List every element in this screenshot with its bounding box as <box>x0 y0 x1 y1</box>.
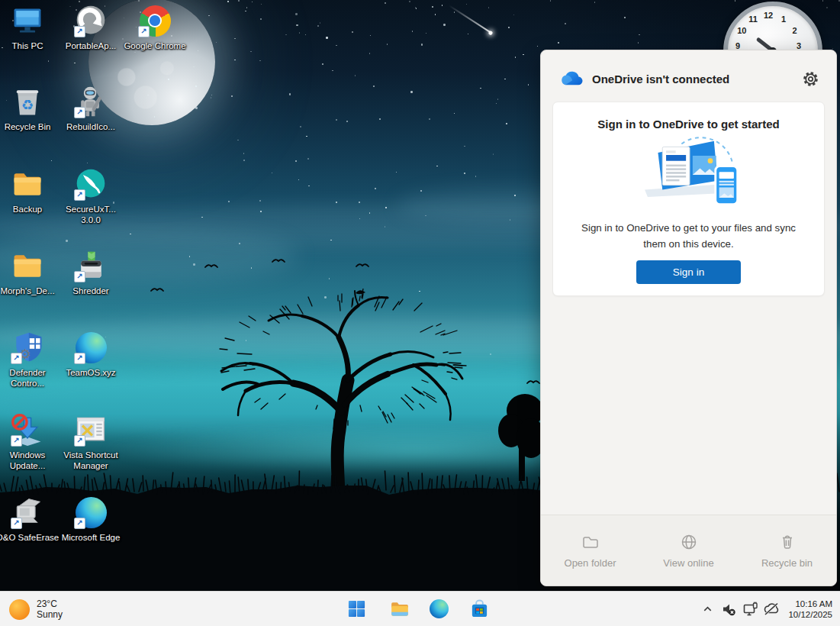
desktop-icon-recycle-bin[interactable]: ♻ Recycle Bin <box>0 84 60 132</box>
desktop-icon-microsoft-edge[interactable]: ↗ Microsoft Edge <box>58 495 124 543</box>
star <box>468 34 469 35</box>
onedrive-offline-icon[interactable] <box>762 600 780 618</box>
star <box>379 118 381 121</box>
edge-button[interactable] <box>429 599 449 619</box>
recycle-bin-button[interactable]: Recycle bin <box>738 515 836 586</box>
clock-number: 12 <box>763 11 774 20</box>
desktop-icon-label: Google Chrome <box>124 40 185 51</box>
desktop-icon-defender-control[interactable]: ⚙ ↗ Defender Contro... <box>0 330 60 389</box>
start-button[interactable] <box>346 599 367 619</box>
star <box>352 31 353 33</box>
star <box>421 44 423 46</box>
desktop-icon-teamos[interactable]: ↗ TeamOS.xyz <box>58 330 124 378</box>
desktop-icon-oo-safeerase[interactable]: ↗ O&O SafeErase <box>0 495 60 543</box>
desktop-icon-windows-update-blocker[interactable]: ↗ Windows Update... <box>0 412 60 471</box>
star <box>528 84 529 86</box>
shortcut-arrow-icon: ↗ <box>74 189 85 201</box>
star <box>638 42 639 44</box>
star <box>74 63 76 64</box>
desktop-icon-google-chrome[interactable]: ↗ Google Chrome <box>122 3 188 51</box>
star <box>201 217 203 218</box>
shortcut-arrow-icon: ↗ <box>138 26 150 37</box>
desktop-icon-rebuildiconcache[interactable]: ↗ RebuildIco... <box>58 84 124 132</box>
volume-muted-icon[interactable] <box>719 600 738 618</box>
footer-button-label: Open folder <box>565 557 616 569</box>
star <box>594 2 596 3</box>
weather-widget[interactable]: 23°C Sunny <box>9 592 63 626</box>
star <box>308 186 310 187</box>
star <box>442 5 443 6</box>
desktop-icon-label: Windows Update... <box>0 450 60 471</box>
star <box>336 119 337 121</box>
desktop-icon-this-pc[interactable]: This PC <box>0 3 60 51</box>
star <box>79 1 80 2</box>
desktop-icon-label: RebuildIco... <box>66 121 115 132</box>
desktop-icon-morphs-folder[interactable]: Morph's_De... <box>0 248 60 296</box>
star <box>385 207 387 208</box>
star <box>514 195 516 196</box>
settings-gear-icon[interactable] <box>802 70 819 88</box>
star <box>51 160 53 162</box>
bird-silhouette <box>272 257 285 264</box>
star <box>251 267 253 269</box>
update-blocker-icon: ↗ <box>10 412 45 447</box>
edge-icon: ↗ <box>73 330 108 365</box>
system-tray: 10:16 AM 10/12/2025 <box>698 592 840 626</box>
star <box>134 52 136 53</box>
star <box>330 240 332 241</box>
star <box>336 45 337 47</box>
desktop-icon-label: Backup <box>13 204 42 215</box>
desktop-icon-label: SecureUxT... 3.0.0 <box>58 204 124 225</box>
open-folder-button[interactable]: Open folder <box>541 515 639 586</box>
bird-silhouette <box>204 263 218 269</box>
star <box>227 1 229 2</box>
sign-in-button[interactable]: Sign in <box>636 260 741 284</box>
star <box>296 24 298 27</box>
star <box>735 0 736 2</box>
star <box>216 42 217 44</box>
star <box>565 23 567 25</box>
tray-chevron-up-icon[interactable] <box>698 600 716 618</box>
star <box>416 8 417 9</box>
onedrive-title: OneDrive isn't connected <box>592 73 802 86</box>
star <box>385 226 386 227</box>
screen: 123456789101112 This PC ↗ PortableAp... <box>0 0 840 626</box>
star <box>48 60 50 62</box>
desktop-icon-label: Vista Shortcut Manager <box>58 450 124 471</box>
star <box>285 34 287 36</box>
file-explorer-button[interactable] <box>389 599 410 619</box>
clock-number: 1 <box>778 15 789 24</box>
tray-clock[interactable]: 10:16 AM 10/12/2025 <box>788 599 832 620</box>
star <box>359 218 361 220</box>
desktop-icon-label: Morph's_De... <box>0 286 54 296</box>
star <box>558 42 559 44</box>
star <box>259 60 261 62</box>
star <box>211 97 212 98</box>
star <box>195 107 198 109</box>
onedrive-flyout: OneDrive isn't connected Sign in to OneD… <box>540 50 837 586</box>
star <box>510 219 511 221</box>
start-icon <box>347 599 366 618</box>
star <box>189 256 191 257</box>
desktop-icon-backup[interactable]: Backup <box>0 166 60 215</box>
star <box>426 33 427 34</box>
desktop-icon-label: This PC <box>12 40 43 51</box>
desktop-icon-vista-shortcut-manager[interactable]: ↗ Vista Shortcut Manager <box>58 412 124 471</box>
view-online-button[interactable]: View online <box>639 515 738 586</box>
star <box>252 2 253 3</box>
edge-icon <box>430 599 449 618</box>
shooting-star <box>449 5 491 34</box>
bird-silhouette <box>150 286 164 293</box>
shortcut-arrow-icon: ↗ <box>74 435 85 447</box>
edge-icon: ↗ <box>73 495 108 530</box>
desktop-icon-secureuxtheme[interactable]: ↗ SecureUxT... 3.0.0 <box>58 166 124 225</box>
star <box>826 7 828 8</box>
desktop-icon-shredder[interactable]: ↗ Shredder <box>58 248 124 296</box>
star <box>369 53 371 54</box>
desktop-icon-portableapps[interactable]: ↗ PortableAp... <box>58 3 124 51</box>
microsoft-store-button[interactable] <box>469 599 490 619</box>
star <box>147 95 149 96</box>
desktop-icon-label: O&O SafeErase <box>0 532 59 543</box>
network-display-icon[interactable] <box>741 600 759 618</box>
star <box>464 173 465 174</box>
